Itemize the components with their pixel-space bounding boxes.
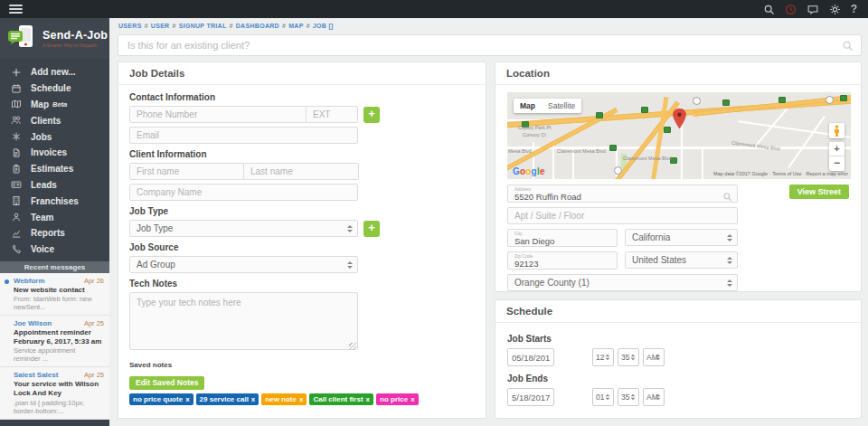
- zip-code-field[interactable]: Zip Code 92123: [507, 251, 618, 270]
- city-field[interactable]: City San Diego: [507, 229, 618, 247]
- breadcrumb-job[interactable]: JOB []: [313, 23, 334, 29]
- saved-note-tag[interactable]: no price quotex: [129, 393, 193, 405]
- job-type-select[interactable]: Job Type: [129, 220, 358, 237]
- invoice-icon: [10, 147, 22, 158]
- company-name-input[interactable]: [129, 184, 358, 201]
- message-sender: Salest Salest: [14, 371, 58, 379]
- saved-note-tag[interactable]: no pricex: [376, 393, 419, 405]
- address-search-icon[interactable]: [722, 189, 732, 205]
- route-marker: [722, 99, 730, 106]
- select-spinner-icon: [727, 279, 732, 287]
- sidebar-item-reports[interactable]: Reports: [0, 225, 109, 241]
- beta-badge: Beta: [52, 100, 67, 109]
- sidebar-item-franchises[interactable]: Franchises: [0, 193, 109, 209]
- search-icon[interactable]: [763, 4, 775, 15]
- message-item[interactable]: Webform Apr 26 New website contact From:…: [0, 273, 109, 317]
- saved-note-tag[interactable]: Call client firstx: [309, 393, 373, 405]
- contact-information-label: Contact Information: [129, 92, 475, 102]
- job-type-label: Job Type: [129, 206, 475, 216]
- job-starts-minute-select[interactable]: 35: [618, 348, 639, 366]
- apt-suite-floor-input[interactable]: [507, 207, 738, 224]
- breadcrumb-dashboard[interactable]: DASHBOARD: [236, 23, 279, 29]
- message-item[interactable]: Salest Salest Apr 25 Your service with W…: [0, 367, 109, 419]
- view-street-button[interactable]: View Street: [789, 185, 849, 199]
- edit-saved-notes-button[interactable]: Edit Saved Notes: [129, 376, 204, 390]
- breadcrumb-map[interactable]: MAP: [288, 23, 303, 29]
- highway-shield-icon: [614, 166, 622, 175]
- breadcrumb-signup-trial[interactable]: SIGNUP TRIAL: [179, 23, 227, 29]
- job-starts-hour-select[interactable]: 12: [592, 348, 614, 366]
- alerts-clock-icon[interactable]: [785, 4, 797, 15]
- select-spinner-icon: [606, 355, 610, 360]
- sidebar-item-voice[interactable]: Voice: [0, 241, 109, 258]
- app-logo[interactable]: Send-A-Job A Smarter Way to Dispatch: [0, 18, 109, 59]
- first-name-input[interactable]: [129, 163, 244, 180]
- map-type-satellite-button[interactable]: Satellite: [542, 99, 581, 113]
- email-input[interactable]: [129, 127, 358, 144]
- job-starts-ampm-select[interactable]: AM: [643, 348, 665, 366]
- settings-gear-icon[interactable]: [829, 4, 841, 15]
- building-icon: [10, 195, 22, 207]
- select-spinner-icon: [631, 394, 636, 400]
- existing-client-search-input[interactable]: [118, 40, 842, 51]
- job-starts-label: Job Starts: [507, 334, 849, 344]
- job-ends-minute-select[interactable]: 35: [618, 388, 639, 406]
- sidebar-item-add-new[interactable]: Add new...: [0, 64, 109, 80]
- sidebar-item-schedule[interactable]: Schedule: [0, 80, 109, 97]
- zoom-in-button[interactable]: +: [829, 142, 844, 156]
- job-source-label: Job Source: [129, 242, 475, 252]
- map-type-control: Map Satellite: [514, 99, 581, 113]
- sidebar-item-estimates[interactable]: Estimates: [0, 161, 109, 177]
- select-spinner-icon: [656, 355, 661, 360]
- country-select[interactable]: United States: [625, 251, 738, 269]
- report-map-error-link[interactable]: Report a map error: [807, 171, 848, 176]
- app-tagline: A Smarter Way to Dispatch: [42, 43, 108, 48]
- sidebar: Send-A-Job A Smarter Way to Dispatch Add…: [0, 18, 109, 426]
- sidebar-item-jobs[interactable]: Jobs: [0, 128, 109, 145]
- add-phone-button[interactable]: +: [363, 107, 380, 123]
- phone-ext-input[interactable]: [307, 106, 358, 123]
- job-source-select[interactable]: Ad Group: [129, 256, 358, 273]
- google-map[interactable]: Copley Park Pl Convoy Ct Mesa Blvd Clair…: [507, 92, 851, 179]
- sidebar-item-clients[interactable]: Clients: [0, 112, 109, 128]
- job-starts-date-input[interactable]: [507, 348, 554, 366]
- sidebar-item-invoices[interactable]: Invoices: [0, 145, 109, 161]
- breadcrumb-users[interactable]: USERS: [118, 23, 142, 29]
- clients-icon: [10, 115, 22, 127]
- state-select[interactable]: California: [625, 229, 738, 246]
- messages-icon[interactable]: [807, 4, 819, 15]
- tech-notes-textarea[interactable]: [129, 292, 358, 350]
- phone-number-input[interactable]: [129, 106, 307, 123]
- map-pin-icon[interactable]: [673, 109, 686, 133]
- street-view-pegman-icon[interactable]: [829, 123, 844, 138]
- saved-note-tag[interactable]: new notex: [261, 393, 307, 405]
- terms-of-use-link[interactable]: Terms of Use: [772, 171, 801, 176]
- message-sender: Webform: [14, 277, 45, 285]
- help-icon[interactable]: ?: [851, 3, 857, 15]
- google-logo[interactable]: Google: [513, 166, 545, 176]
- sidebar-item-map[interactable]: Map Beta: [0, 97, 109, 113]
- calendar-icon: [10, 82, 22, 94]
- add-job-type-button[interactable]: +: [363, 221, 380, 237]
- location-title: Location: [495, 62, 861, 85]
- job-ends-hour-select[interactable]: 01: [592, 388, 614, 406]
- map-type-map-button[interactable]: Map: [514, 99, 542, 113]
- sidebar-item-team[interactable]: Team: [0, 209, 109, 225]
- zoom-out-button[interactable]: −: [829, 156, 844, 171]
- job-ends-date-input[interactable]: [507, 388, 554, 406]
- message-item[interactable]: Joe Wilson Apr 25 Appointment reminder F…: [0, 316, 109, 367]
- county-select[interactable]: Orange County (1): [507, 274, 738, 291]
- select-spinner-icon: [727, 234, 732, 241]
- resize-handle[interactable]: [349, 343, 356, 350]
- main-content: USERS#USER#SIGNUP TRIAL#DASHBOARD#MAP#JO…: [109, 18, 868, 426]
- tag-close-icon: x: [251, 395, 255, 403]
- job-ends-ampm-select[interactable]: AM: [643, 388, 665, 406]
- phone-handset-icon: [10, 243, 22, 255]
- saved-note-tag[interactable]: 29 service callx: [196, 393, 259, 405]
- sidebar-item-leads[interactable]: Leads: [0, 177, 109, 194]
- breadcrumb-user[interactable]: USER: [151, 23, 170, 29]
- job-ends-time: 01 35 AM: [592, 388, 665, 406]
- address-field[interactable]: Address 5520 Ruffin Road: [507, 185, 738, 203]
- last-name-input[interactable]: [244, 163, 359, 180]
- hamburger-menu-icon[interactable]: [9, 3, 23, 15]
